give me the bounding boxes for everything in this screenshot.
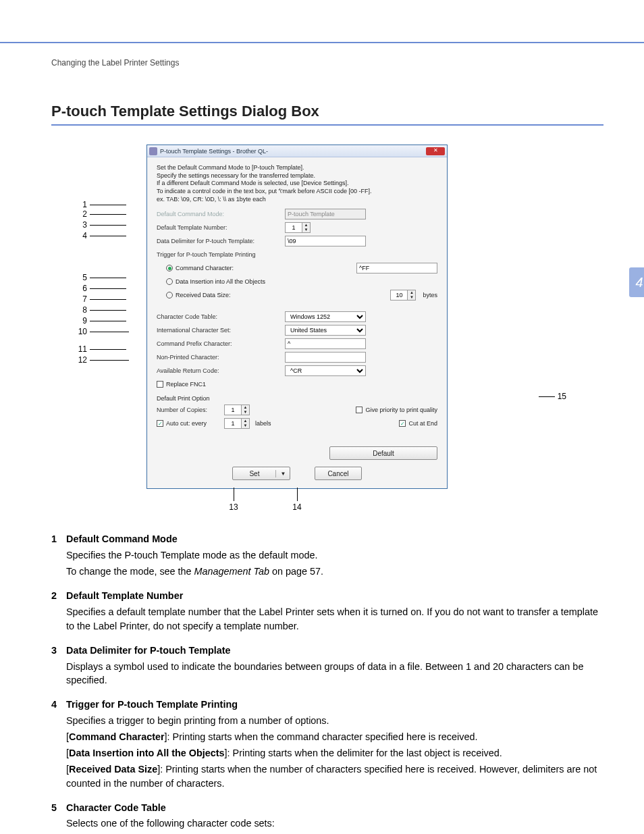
data-delimiter-input[interactable] [285, 236, 366, 246]
trigger-group-label: Trigger for P-touch Template Printing [157, 251, 285, 258]
definition-head: Trigger for P-touch Template Printing [66, 698, 603, 712]
definition-number: 1 [51, 532, 66, 581]
close-icon[interactable]: ✕ [426, 147, 445, 155]
default-command-mode-label: Default Command Mode: [157, 211, 285, 217]
num-copies-label: Number of Copies: [157, 407, 224, 413]
command-character-radio[interactable]: Command Character: [166, 265, 234, 271]
definition-head: Default Template Number [66, 589, 603, 603]
side-tab: 4 [629, 267, 644, 297]
callout-1: 1 [78, 200, 90, 209]
bytes-unit: bytes [423, 292, 437, 298]
default-button[interactable]: Default [329, 446, 437, 460]
non-printed-input[interactable] [285, 352, 366, 363]
chevron-down-icon[interactable]: ▼ [276, 471, 290, 477]
cancel-button[interactable]: Cancel [315, 467, 361, 480]
auto-cut-every-spin[interactable]: ▲▼ [224, 418, 251, 429]
set-button[interactable]: Set▼ [232, 467, 290, 480]
definition-text: [Command Character]: Printing starts whe… [66, 730, 603, 744]
definition-number: 3 [51, 644, 66, 690]
screenshot-figure: 1 2 3 4 5 6 7 8 9 10 11 12 15 P-touch Te… [111, 145, 543, 489]
data-insertion-radio[interactable]: Data Insertion into All the Objects [166, 278, 265, 285]
definition-text: [Received Data Size]: Printing starts wh… [66, 762, 603, 791]
default-template-number-label: Default Template Number: [157, 224, 285, 231]
command-character-input[interactable] [356, 263, 437, 273]
callout-5: 5 [78, 273, 90, 282]
return-code-label: Available Return Code: [157, 367, 285, 374]
intl-char-set-select[interactable]: United States [285, 325, 366, 336]
definition-head: Character Code Table [66, 801, 603, 815]
intl-char-set-label: International Character Set: [157, 327, 285, 334]
data-delimiter-label: Data Delimiter for P-touch Template: [157, 238, 285, 244]
callout-4: 4 [78, 231, 90, 240]
breadcrumb: Changing the Label Printer Settings [51, 58, 603, 68]
return-code-select[interactable]: ^CR [285, 365, 366, 376]
callout-15: 15 [558, 392, 566, 401]
definition-text: Specifies a trigger to begin printing fr… [66, 714, 603, 728]
definition-text: Specifies a default template number that… [66, 605, 603, 633]
replace-fnc1-checkbox[interactable]: Replace FNC1 [157, 381, 206, 388]
page-title: P-touch Template Settings Dialog Box [51, 103, 603, 126]
definition-text: To change the mode, see the Management T… [66, 565, 603, 579]
num-copies-spin[interactable]: ▲▼ [224, 405, 251, 415]
non-printed-label: Non-Printed Character: [157, 354, 285, 361]
callout-11: 11 [78, 344, 90, 354]
received-data-size-radio[interactable]: Received Data Size: [166, 292, 231, 298]
char-code-table-label: Character Code Table: [157, 313, 285, 320]
dialog-intro: Set the Default Command Mode to [P-touch… [157, 164, 437, 203]
labels-unit: labels [255, 420, 271, 427]
definition-number: 4 [51, 698, 66, 792]
callout-14: 14 [287, 502, 307, 512]
definition-text: Specifies the P-touch Template mode as t… [66, 548, 603, 563]
default-command-mode-select [285, 209, 366, 219]
char-code-table-select[interactable]: Windows 1252 [285, 311, 366, 322]
auto-cut-checkbox[interactable]: ✓Auto cut: every [157, 420, 224, 427]
definitions-list: 1Default Command ModeSpecifies the P-tou… [51, 532, 603, 834]
callout-8: 8 [78, 305, 90, 315]
cmd-prefix-input[interactable] [285, 338, 366, 349]
definition-text: [Data Insertion into All the Objects]: P… [66, 746, 603, 760]
callout-9: 9 [78, 316, 90, 325]
definition-number: 2 [51, 589, 66, 635]
callout-3: 3 [78, 220, 90, 230]
callout-12: 12 [78, 355, 90, 365]
default-print-option-label: Default Print Option [157, 395, 437, 402]
cut-at-end-checkbox[interactable]: ✓Cut at End [399, 420, 437, 427]
callout-2: 2 [78, 209, 90, 219]
definition-number: 5 [51, 801, 66, 834]
received-data-size-spin[interactable]: ▲▼ [390, 290, 417, 301]
callout-7: 7 [78, 294, 90, 304]
callout-10: 10 [78, 327, 90, 336]
callout-13: 13 [223, 502, 244, 512]
priority-quality-checkbox[interactable]: Give priority to print quality [356, 407, 437, 413]
dialog-title: P-touch Template Settings - Brother QL- [160, 148, 268, 155]
definition-head: Default Command Mode [66, 532, 603, 546]
cmd-prefix-label: Command Prefix Character: [157, 340, 285, 347]
dialog-window: P-touch Template Settings - Brother QL- … [146, 145, 448, 489]
app-icon [149, 147, 157, 155]
definition-text: Selects one of the following character c… [66, 816, 603, 831]
definition-head: Data Delimiter for P-touch Template [66, 644, 603, 658]
definition-text: Displays a symbol used to indicate the b… [66, 660, 603, 688]
default-template-number-spin[interactable]: ▲▼ [285, 222, 312, 233]
callout-6: 6 [78, 284, 90, 293]
